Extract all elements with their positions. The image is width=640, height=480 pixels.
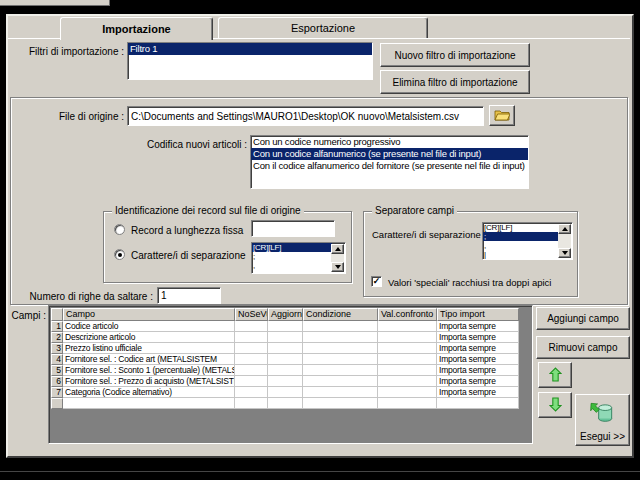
table-cell-no_se_vuoto[interactable]: [235, 354, 268, 365]
table-cell-campo[interactable]: [63, 398, 235, 409]
table-cell-campo[interactable]: Fornitore sel. : Codice art (METALSISTEM: [63, 354, 235, 365]
list-item[interactable]: Con un codice alfanumerico (se presente …: [251, 148, 528, 160]
list-item[interactable]: Con il codice alfanumerico del fornitore…: [251, 160, 528, 172]
list-item[interactable]: [CR][LF]: [483, 223, 559, 232]
special-values-checkbox[interactable]: [371, 276, 382, 287]
table-cell-val_confronto[interactable]: [378, 398, 437, 409]
table-cell-condizione[interactable]: [303, 365, 378, 376]
field-separator-listbox[interactable]: [CR][LF];,|: [482, 222, 573, 260]
table-cell-val_confronto[interactable]: [378, 321, 437, 332]
table-cell-no_se_vuoto[interactable]: [235, 343, 268, 354]
list-item[interactable]: ;: [252, 252, 332, 261]
table-cell-val_confronto[interactable]: [378, 365, 437, 376]
list-item[interactable]: ,: [483, 241, 559, 250]
delete-filter-button[interactable]: Elimina filtro di importazione: [380, 70, 530, 94]
tab-importazione[interactable]: Importazione: [60, 17, 213, 40]
table-cell-campo[interactable]: Fornitore sel. : Prezzo di acquisto (MET…: [63, 376, 235, 387]
scrollbar-track[interactable]: [331, 254, 344, 262]
table-cell-val_confronto[interactable]: [378, 354, 437, 365]
row-number-cell[interactable]: 3: [51, 343, 63, 354]
table-cell-aggiorna_se[interactable]: [268, 365, 303, 376]
table-cell-campo[interactable]: Categoria (Codice alternativo): [63, 387, 235, 398]
import-filters-label: Filtri di importazione :: [18, 46, 124, 57]
table-cell-condizione[interactable]: [303, 376, 378, 387]
table-row: 5Fornitore sel. : Sconto 1 (percentuale)…: [51, 365, 532, 376]
row-number-cell[interactable]: [51, 398, 63, 409]
scroll-down-button[interactable]: [331, 262, 344, 272]
table-cell-no_se_vuoto[interactable]: [235, 376, 268, 387]
row-number-cell[interactable]: 7: [51, 387, 63, 398]
table-cell-val_confronto[interactable]: [378, 332, 437, 343]
table-cell-aggiorna_se[interactable]: [268, 343, 303, 354]
table-cell-no_se_vuoto[interactable]: [235, 387, 268, 398]
fixed-length-label: Record a lunghezza fissa: [131, 225, 243, 236]
table-cell-condizione[interactable]: [303, 387, 378, 398]
table-cell-no_se_vuoto[interactable]: [235, 398, 268, 409]
scroll-up-button[interactable]: [331, 244, 344, 254]
table-cell-condizione[interactable]: [303, 354, 378, 365]
table-cell-no_se_vuoto[interactable]: [235, 365, 268, 376]
move-down-button[interactable]: [538, 392, 572, 418]
source-file-input[interactable]: [127, 106, 484, 126]
table-cell-campo[interactable]: Fornitore sel. : Sconto 1 (percentuale) …: [63, 365, 235, 376]
desktop-divider-line: [0, 471, 640, 472]
table-cell-campo[interactable]: Prezzo listino ufficiale: [63, 343, 235, 354]
table-cell-condizione[interactable]: [303, 398, 378, 409]
table-cell-val_confronto[interactable]: [378, 387, 437, 398]
list-item[interactable]: |: [483, 250, 559, 259]
table-cell-aggiorna_se[interactable]: [268, 376, 303, 387]
table-cell-aggiorna_se[interactable]: [268, 332, 303, 343]
column-header: Val.confronto: [378, 308, 437, 321]
table-cell-condizione[interactable]: [303, 332, 378, 343]
row-number-cell[interactable]: 4: [51, 354, 63, 365]
table-cell-condizione[interactable]: [303, 343, 378, 354]
table-cell-aggiorna_se[interactable]: [268, 398, 303, 409]
list-item[interactable]: Con un codice numerico progressivo: [251, 136, 528, 148]
table-cell-condizione[interactable]: [303, 321, 378, 332]
row-number-cell[interactable]: 6: [51, 376, 63, 387]
table-cell-campo[interactable]: Descrizione articolo: [63, 332, 235, 343]
list-item[interactable]: ,: [252, 261, 332, 270]
fixed-length-input[interactable]: [251, 220, 335, 237]
scrollbar[interactable]: [558, 224, 571, 258]
execute-button[interactable]: Esegui >>: [575, 394, 630, 446]
table-cell-tipo_import[interactable]: [437, 398, 519, 409]
remove-field-button[interactable]: Rimuovi campo: [536, 336, 630, 359]
list-item[interactable]: ;: [483, 232, 559, 241]
scrollbar-track[interactable]: [558, 234, 571, 248]
table-cell-campo[interactable]: Codice articolo: [63, 321, 235, 332]
table-cell-val_confronto[interactable]: [378, 376, 437, 387]
table-cell-aggiorna_se[interactable]: [268, 321, 303, 332]
record-separator-radio[interactable]: [114, 249, 125, 260]
list-item[interactable]: Filtro 1: [128, 43, 372, 55]
skip-rows-input[interactable]: [157, 287, 221, 304]
table-cell-val_confronto[interactable]: [378, 343, 437, 354]
record-separator-listbox[interactable]: [CR][LF];,: [251, 242, 346, 274]
table-cell-no_se_vuoto[interactable]: [235, 321, 268, 332]
row-number-cell[interactable]: 2: [51, 332, 63, 343]
table-cell-tipo_import[interactable]: Importa sempre: [437, 387, 519, 398]
move-up-button[interactable]: [538, 362, 572, 388]
fixed-length-radio[interactable]: [114, 224, 125, 235]
row-number-cell[interactable]: 1: [51, 321, 63, 332]
import-filter-listbox[interactable]: Filtro 1: [127, 42, 373, 80]
table-cell-tipo_import[interactable]: Importa sempre: [437, 343, 519, 354]
scroll-up-button[interactable]: [558, 224, 571, 234]
scrollbar[interactable]: [331, 244, 344, 272]
row-number-cell[interactable]: 5: [51, 365, 63, 376]
table-cell-no_se_vuoto[interactable]: [235, 332, 268, 343]
new-filter-button[interactable]: Nuovo filtro di importazione: [380, 43, 530, 67]
table-cell-tipo_import[interactable]: Importa sempre: [437, 376, 519, 387]
table-cell-tipo_import[interactable]: Importa sempre: [437, 321, 519, 332]
browse-file-button[interactable]: [489, 105, 515, 126]
add-field-button[interactable]: Aggiungi campo: [536, 307, 630, 330]
scroll-down-button[interactable]: [558, 248, 571, 258]
list-item[interactable]: [CR][LF]: [252, 243, 332, 252]
tab-esportazione[interactable]: Esportazione: [218, 17, 428, 38]
table-cell-tipo_import[interactable]: Importa sempre: [437, 354, 519, 365]
table-cell-tipo_import[interactable]: Importa sempre: [437, 365, 519, 376]
table-cell-tipo_import[interactable]: Importa sempre: [437, 332, 519, 343]
table-cell-aggiorna_se[interactable]: [268, 354, 303, 365]
new-item-coding-listbox[interactable]: Con un codice numerico progressivoCon un…: [250, 135, 529, 189]
table-cell-aggiorna_se[interactable]: [268, 387, 303, 398]
